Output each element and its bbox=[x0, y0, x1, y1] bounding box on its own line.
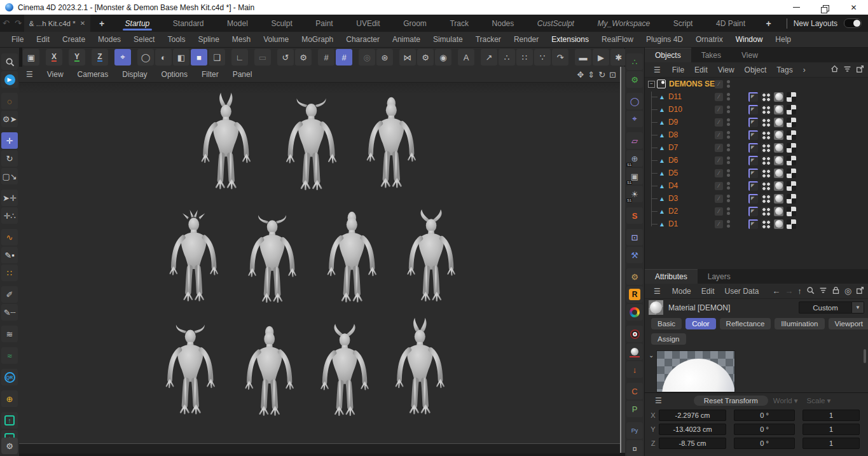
filter-icon[interactable] bbox=[819, 286, 827, 296]
layout-tab-groom[interactable]: Groom bbox=[401, 15, 429, 32]
selection-tag[interactable] bbox=[761, 130, 771, 140]
selection-tag[interactable] bbox=[761, 194, 771, 204]
stage-camera-icon[interactable]: ▣S1 bbox=[626, 168, 643, 184]
reset-psr-icon[interactable]: ↺ bbox=[277, 49, 294, 66]
gear-circle-icon[interactable]: ⊛ bbox=[376, 49, 393, 66]
cursor-move-icon[interactable]: ➤✛ bbox=[1, 190, 18, 206]
timeline-icon[interactable]: ▬ bbox=[575, 49, 591, 66]
menu-window[interactable]: Window bbox=[729, 35, 769, 44]
objects-tab-objects[interactable]: Objects bbox=[645, 48, 691, 62]
attributes-tab-attributes[interactable]: Attributes bbox=[645, 269, 698, 284]
selection-tag[interactable] bbox=[761, 92, 771, 102]
reset-transform-button[interactable]: Reset Transform bbox=[694, 396, 768, 406]
material-tag[interactable] bbox=[774, 143, 783, 153]
layout-tab-paint[interactable]: Paint bbox=[313, 15, 335, 32]
tree-row-d7[interactable]: ▲ D7 ∕ bbox=[645, 141, 868, 154]
demon-mesh-curve[interactable] bbox=[312, 321, 378, 427]
tree-row-d10[interactable]: ▲ D10 ∕ bbox=[645, 103, 868, 116]
wrench-gear-icon[interactable]: ⚙ bbox=[626, 268, 643, 285]
phong-tag[interactable] bbox=[748, 130, 758, 140]
model-mode-icon[interactable]: ◐ bbox=[155, 49, 172, 66]
qr-icon[interactable]: QR bbox=[1, 369, 18, 385]
menu-extensions[interactable]: Extensions bbox=[545, 35, 595, 44]
close-button[interactable]: ✕ bbox=[839, 0, 868, 15]
visibility-dots[interactable] bbox=[727, 93, 730, 100]
uvw-tag[interactable] bbox=[787, 92, 796, 102]
forward-icon[interactable]: → bbox=[785, 286, 793, 296]
multi-move-icon[interactable]: ✛∴ bbox=[1, 207, 18, 224]
bulb-wire-icon[interactable]: ¤ bbox=[626, 440, 643, 456]
annotate-icon[interactable]: A bbox=[458, 49, 474, 66]
demon-mesh-crown[interactable] bbox=[160, 205, 227, 313]
material-tag[interactable] bbox=[774, 156, 783, 165]
edit-disabled-icon[interactable]: ∕ bbox=[715, 106, 723, 114]
tree-row-d6[interactable]: ▲ D6 ∕ bbox=[645, 154, 868, 167]
edit-disabled-icon[interactable]: ∕ bbox=[715, 182, 723, 190]
material-tag[interactable] bbox=[774, 194, 783, 204]
selection-tag[interactable] bbox=[761, 143, 771, 153]
viewport-menu-display[interactable]: Display bbox=[115, 70, 154, 79]
layout-tab-my-workspace[interactable]: My_Workspace bbox=[595, 15, 652, 32]
uvw-tag[interactable] bbox=[787, 219, 796, 229]
menu-character[interactable]: Character bbox=[340, 35, 386, 44]
points-mode-icon[interactable]: ❑ bbox=[209, 49, 225, 66]
new-layouts-toggle[interactable] bbox=[844, 18, 862, 28]
document-tab[interactable]: & ...h Kit.c4d * ✕ bbox=[24, 15, 90, 32]
channel-tab-assign[interactable]: Assign bbox=[651, 333, 686, 345]
uvw-tag[interactable] bbox=[787, 194, 796, 204]
rotation-x-input[interactable]: 0 ° bbox=[734, 410, 795, 421]
menu-ornatrix[interactable]: Ornatrix bbox=[689, 35, 729, 44]
attributes-menu-mode[interactable]: Mode bbox=[667, 287, 696, 296]
visibility-dots[interactable] bbox=[727, 144, 730, 151]
uvw-tag[interactable] bbox=[787, 181, 796, 191]
objects-tab-takes[interactable]: Takes bbox=[691, 48, 731, 62]
export-up-icon[interactable]: ↑ bbox=[1, 412, 18, 429]
menu-realflow[interactable]: RealFlow bbox=[595, 35, 640, 44]
scatter-children-icon[interactable]: ∷ bbox=[516, 49, 533, 66]
axis-modification-icon[interactable]: ∟ bbox=[231, 49, 248, 66]
material-icon[interactable] bbox=[626, 343, 643, 360]
material-tag[interactable] bbox=[774, 130, 783, 140]
viewport-menu-cameras[interactable]: Cameras bbox=[71, 70, 116, 79]
menu-file[interactable]: File bbox=[5, 35, 30, 44]
asset-file-icon[interactable]: ⚙ bbox=[1, 438, 18, 454]
add-document-button[interactable]: + bbox=[90, 18, 113, 29]
menu-create[interactable]: Create bbox=[56, 35, 92, 44]
tree-row-d3[interactable]: ▲ D3 ∕ bbox=[645, 192, 868, 205]
add-layout-button[interactable]: + bbox=[757, 18, 780, 29]
menu-animate[interactable]: Animate bbox=[386, 35, 427, 44]
render-view-icon[interactable]: ▣ bbox=[23, 49, 39, 66]
undo-icon[interactable]: ↶ bbox=[0, 18, 12, 28]
scale-z-input[interactable]: 1 bbox=[803, 438, 860, 449]
substance-icon[interactable]: S bbox=[626, 207, 643, 224]
selection-tag[interactable] bbox=[761, 156, 771, 165]
up-icon[interactable]: ↑ bbox=[797, 286, 802, 296]
objects-menu-tags[interactable]: Tags bbox=[771, 66, 797, 74]
uvw-tag[interactable] bbox=[787, 169, 796, 178]
python-icon[interactable]: Py bbox=[626, 422, 643, 439]
demon-mesh-alien[interactable] bbox=[236, 319, 303, 427]
dot-cluster-icon[interactable]: ∷ bbox=[1, 265, 18, 281]
scale-x-input[interactable]: 1 bbox=[803, 410, 860, 421]
tool-gears-icon[interactable]: ⚙➤ bbox=[1, 111, 18, 127]
viewport-menu-filter[interactable]: Filter bbox=[195, 70, 226, 79]
layout-tab-uvedit[interactable]: UVEdit bbox=[354, 15, 382, 32]
viewport-menu-view[interactable]: View bbox=[40, 70, 71, 79]
material-preview[interactable] bbox=[656, 350, 735, 392]
attributes-menu-user-data[interactable]: User Data bbox=[719, 287, 764, 296]
phong-tag[interactable] bbox=[748, 105, 758, 114]
material-tag[interactable] bbox=[774, 219, 783, 229]
layout-tab-standard[interactable]: Standard bbox=[170, 15, 207, 32]
workplane-icon[interactable]: ⌖ bbox=[114, 49, 131, 66]
popout-icon[interactable] bbox=[856, 286, 864, 296]
orbit-icon[interactable]: ↻ bbox=[598, 70, 605, 79]
visibility-dots[interactable] bbox=[727, 207, 730, 215]
grid-icon[interactable]: # bbox=[318, 49, 334, 66]
spline-pen-icon[interactable]: ✎▪ bbox=[1, 247, 18, 263]
lock-icon[interactable] bbox=[832, 286, 840, 296]
search-icon[interactable] bbox=[1, 53, 18, 70]
edit-disabled-icon[interactable]: ∕ bbox=[715, 118, 723, 127]
attributes-scrollbar[interactable] bbox=[864, 349, 866, 363]
objects-menu-edit[interactable]: Edit bbox=[689, 66, 713, 74]
material-tag[interactable] bbox=[774, 105, 783, 114]
